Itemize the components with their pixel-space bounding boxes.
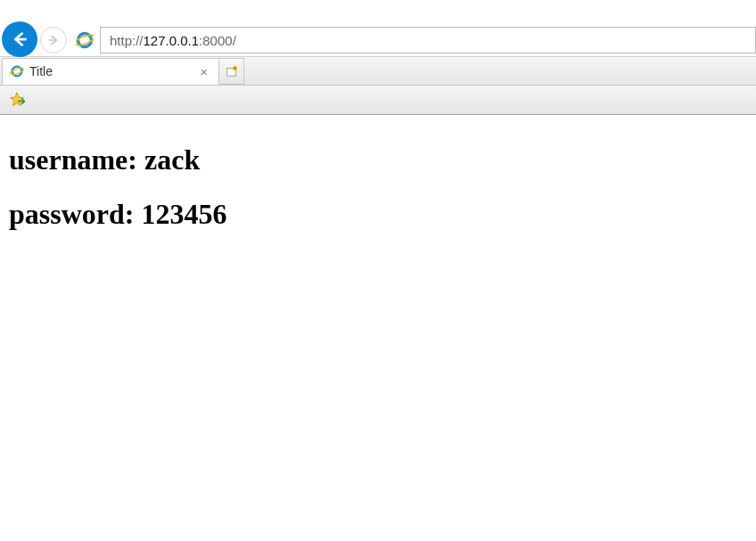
favorites-toolbar — [0, 86, 756, 115]
url-prefix: http:// — [110, 33, 144, 48]
page-content: username: zack password: 123456 — [0, 115, 756, 268]
url-suffix: :8000/ — [199, 33, 236, 48]
svg-point-5 — [10, 67, 24, 76]
arrow-right-icon — [46, 33, 61, 47]
tab-close-button[interactable]: × — [196, 64, 211, 79]
ie-logo-icon — [72, 28, 97, 53]
url-host: 127.0.0.1 — [144, 33, 200, 48]
star-arrow-icon — [8, 91, 26, 109]
tab-title: Title — [29, 64, 196, 78]
navigation-toolbar: http://127.0.0.1:8000/ — [0, 24, 756, 57]
address-bar[interactable]: http://127.0.0.1:8000/ — [100, 27, 756, 53]
back-button[interactable] — [2, 21, 37, 57]
arrow-left-icon — [10, 29, 29, 49]
username-line: username: zack — [9, 143, 747, 176]
add-favorites-button[interactable] — [7, 90, 27, 110]
forward-button[interactable] — [40, 27, 67, 53]
window-top-spacer — [0, 0, 756, 24]
password-line: password: 123456 — [9, 198, 747, 231]
new-tab-button[interactable] — [219, 58, 244, 85]
tab-bar: Title × — [0, 57, 756, 86]
new-tab-icon — [226, 65, 238, 78]
browser-tab[interactable]: Title × — [2, 58, 219, 85]
ie-favicon-icon — [10, 64, 24, 78]
